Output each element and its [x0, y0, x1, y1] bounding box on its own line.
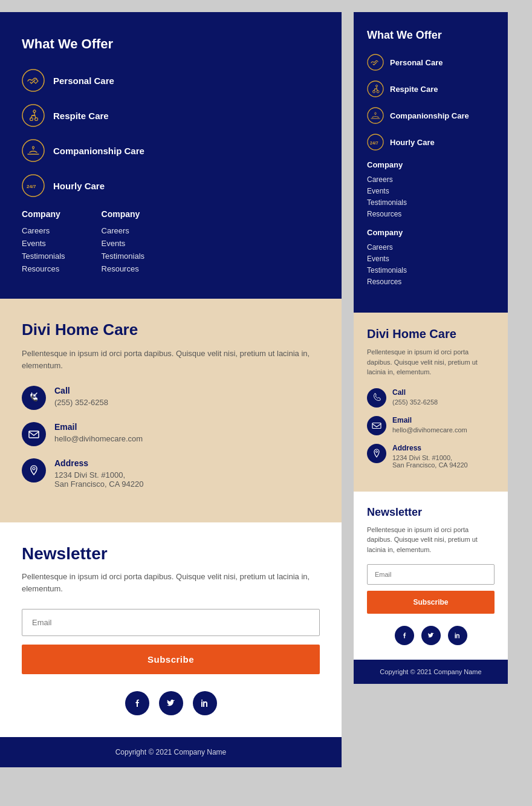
- left-what-we-offer-title: What We Offer: [22, 36, 320, 52]
- right-company-section-1: Company Careers Events Testimonials Reso…: [367, 160, 495, 218]
- right-address-info: Address 1234 Divi St. #1000, San Francis…: [392, 444, 468, 469]
- svg-text:📞: 📞: [31, 395, 38, 402]
- right-newsletter-desc: Pellentesque in ipsum id orci porta dapi…: [367, 525, 495, 555]
- page-wrapper: What We Offer Personal Care: [0, 12, 532, 767]
- right-company-title-2: Company: [367, 228, 495, 237]
- left-careers-link-2[interactable]: Careers: [102, 226, 145, 235]
- left-address-label: Address: [54, 458, 143, 468]
- left-resources-link-1[interactable]: Resources: [22, 264, 65, 273]
- left-twitter-button[interactable]: [159, 691, 183, 715]
- right-handshake-icon: [367, 54, 384, 71]
- left-call-label: Call: [54, 386, 108, 395]
- right-service-personal-care: Personal Care: [367, 54, 495, 71]
- right-respite-care-label: Respite Care: [390, 85, 438, 94]
- svg-point-5: [22, 140, 44, 161]
- left-events-link-1[interactable]: Events: [22, 239, 65, 248]
- left-address-line1: 1234 Divi St. #1000,: [54, 470, 143, 479]
- right-events-1[interactable]: Events: [367, 187, 495, 195]
- right-events-2[interactable]: Events: [367, 255, 495, 263]
- wheelchair-icon: [22, 104, 45, 127]
- svg-point-21: [376, 450, 378, 452]
- left-facebook-button[interactable]: [125, 691, 149, 715]
- phone-icon: 📞: [22, 386, 46, 410]
- svg-point-12: [368, 54, 383, 70]
- right-companionship-care-label: Companionship Care: [390, 111, 469, 120]
- right-what-we-offer-title: What We Offer: [367, 29, 495, 42]
- svg-text:24/7: 24/7: [370, 141, 378, 145]
- right-address-label: Address: [392, 444, 468, 452]
- right-resources-1[interactable]: Resources: [367, 210, 495, 218]
- left-call-row: 📞 Call (255) 352-6258: [22, 386, 320, 410]
- left-company-title-2: Company: [102, 209, 145, 219]
- right-facebook-button[interactable]: [395, 626, 414, 645]
- right-email-info: Email hello@divihomecare.com: [392, 416, 467, 434]
- left-personal-care-label: Personal Care: [53, 76, 114, 86]
- right-email-row: Email hello@divihomecare.com: [367, 416, 495, 435]
- left-hourly-care-label: Hourly Care: [53, 181, 105, 191]
- left-email-input[interactable]: [22, 609, 320, 636]
- right-address-line2: San Francisco, CA 94220: [392, 461, 468, 469]
- right-address-line1: 1234 Divi St. #1000,: [392, 454, 468, 461]
- left-panel: What We Offer Personal Care: [0, 12, 342, 767]
- left-careers-link-1[interactable]: Careers: [22, 226, 65, 235]
- right-service-hourly-care: 24/7 Hourly Care: [367, 134, 495, 151]
- left-address-line2: San Francisco, CA 94220: [54, 479, 143, 489]
- svg-rect-10: [29, 431, 39, 438]
- left-contact-section: Divi Home Care Pellentesque in ipsum id …: [0, 299, 342, 522]
- right-footer: Copyright © 2021 Company Name: [354, 660, 508, 684]
- left-email-label: Email: [54, 422, 143, 432]
- right-testimonials-1[interactable]: Testimonials: [367, 198, 495, 207]
- left-testimonials-link-1[interactable]: Testimonials: [22, 252, 65, 261]
- right-twitter-button[interactable]: [421, 626, 441, 645]
- right-social-row: [367, 626, 495, 645]
- left-company-col-1: Company Careers Events Testimonials Reso…: [22, 209, 65, 277]
- right-linkedin-button[interactable]: [448, 626, 467, 645]
- left-social-row: [22, 691, 320, 715]
- left-newsletter-title: Newsletter: [22, 544, 320, 564]
- svg-point-11: [33, 467, 35, 470]
- right-phone-icon: [367, 388, 386, 408]
- left-testimonials-link-2[interactable]: Testimonials: [102, 252, 145, 261]
- hands-heart-icon: [22, 139, 45, 162]
- right-careers-1[interactable]: Careers: [367, 175, 495, 184]
- right-address-row: Address 1234 Divi St. #1000, San Francis…: [367, 444, 495, 469]
- left-events-link-2[interactable]: Events: [102, 239, 145, 248]
- right-subscribe-button[interactable]: Subscribe: [367, 591, 495, 614]
- right-contact-section: Divi Home Care Pellentesque in ipsum id …: [354, 313, 508, 492]
- svg-text:24/7: 24/7: [27, 184, 36, 189]
- left-call-info: Call (255) 352-6258: [54, 386, 108, 407]
- left-companionship-care-label: Companionship Care: [53, 146, 144, 156]
- right-contact-title: Divi Home Care: [367, 327, 495, 341]
- right-call-info: Call (255) 352-6258: [392, 388, 438, 406]
- right-testimonials-2[interactable]: Testimonials: [367, 266, 495, 275]
- right-wheelchair-icon: [367, 80, 384, 97]
- right-247-icon: 24/7: [367, 134, 384, 151]
- right-email-value: hello@divihomecare.com: [392, 426, 467, 434]
- left-linkedin-button[interactable]: [193, 691, 217, 715]
- right-newsletter-section: Newsletter Pellentesque in ipsum id orci…: [354, 492, 508, 660]
- right-careers-2[interactable]: Careers: [367, 243, 495, 252]
- left-newsletter-section: Newsletter Pellentesque in ipsum id orci…: [0, 522, 342, 737]
- left-resources-link-2[interactable]: Resources: [102, 264, 145, 273]
- left-footer-text: Copyright © 2021 Company Name: [22, 748, 320, 756]
- left-call-value: (255) 352-6258: [54, 398, 108, 407]
- email-icon: [22, 422, 46, 446]
- left-address-info: Address 1234 Divi St. #1000, San Francis…: [54, 458, 143, 489]
- right-footer-text: Copyright © 2021 Company Name: [367, 668, 495, 675]
- right-service-companionship-care: Companionship Care: [367, 107, 495, 124]
- left-address-row: Address 1234 Divi St. #1000, San Francis…: [22, 458, 320, 489]
- svg-point-16: [377, 91, 379, 93]
- left-service-companionship-care: Companionship Care: [22, 139, 320, 162]
- right-resources-2[interactable]: Resources: [367, 278, 495, 286]
- right-call-label: Call: [392, 388, 438, 397]
- left-service-respite-care: Respite Care: [22, 104, 320, 127]
- right-hourly-care-label: Hourly Care: [390, 138, 435, 147]
- right-hands-heart-icon: [367, 107, 384, 124]
- left-subscribe-button[interactable]: Subscribe: [22, 645, 320, 674]
- left-service-personal-care: Personal Care: [22, 69, 320, 92]
- right-company-section-2: Company Careers Events Testimonials Reso…: [367, 228, 495, 286]
- svg-point-4: [35, 118, 38, 121]
- left-company-title-1: Company: [22, 209, 65, 219]
- left-contact-title: Divi Home Care: [22, 320, 320, 339]
- right-email-input[interactable]: [367, 564, 495, 585]
